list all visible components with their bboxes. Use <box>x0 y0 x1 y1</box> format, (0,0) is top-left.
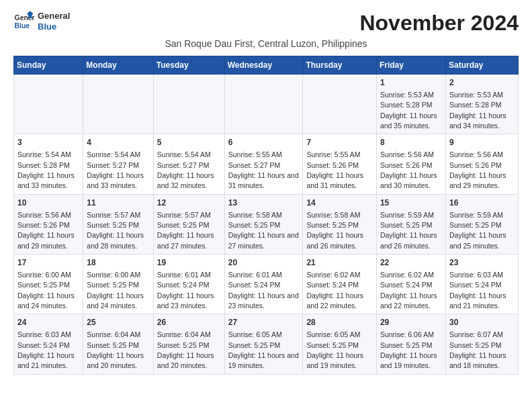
day-info: Sunrise: 6:02 AM Sunset: 5:24 PM Dayligh… <box>380 271 437 310</box>
day-info: Sunrise: 5:57 AM Sunset: 5:25 PM Dayligh… <box>157 211 214 250</box>
page-container: General Blue General Blue November 2024 … <box>13 11 519 375</box>
day-number: 8 <box>380 137 442 148</box>
day-info: Sunrise: 5:59 AM Sunset: 5:25 PM Dayligh… <box>380 211 437 250</box>
day-info: Sunrise: 5:54 AM Sunset: 5:27 PM Dayligh… <box>87 150 144 189</box>
column-header-thursday: Thursday <box>303 56 377 75</box>
calendar-cell <box>224 75 303 134</box>
column-header-friday: Friday <box>376 56 445 75</box>
calendar-cell: 28Sunrise: 6:05 AM Sunset: 5:25 PM Dayli… <box>303 314 377 374</box>
calendar-cell: 7Sunrise: 5:55 AM Sunset: 5:26 PM Daylig… <box>303 134 377 194</box>
calendar-week-row: 3Sunrise: 5:54 AM Sunset: 5:28 PM Daylig… <box>14 134 519 194</box>
day-number: 2 <box>449 77 515 89</box>
day-number: 28 <box>306 317 373 328</box>
logo: General Blue General Blue <box>13 11 70 32</box>
calendar-cell: 18Sunrise: 6:00 AM Sunset: 5:25 PM Dayli… <box>83 255 153 314</box>
calendar-cell: 15Sunrise: 5:59 AM Sunset: 5:25 PM Dayli… <box>376 194 445 254</box>
calendar-cell: 27Sunrise: 6:05 AM Sunset: 5:25 PM Dayli… <box>224 314 303 374</box>
day-number: 14 <box>306 197 373 209</box>
day-info: Sunrise: 5:53 AM Sunset: 5:28 PM Dayligh… <box>449 91 506 130</box>
calendar-cell <box>303 75 377 134</box>
page-subtitle: San Roque Dau First, Central Luzon, Phil… <box>13 38 519 49</box>
day-info: Sunrise: 5:58 AM Sunset: 5:25 PM Dayligh… <box>306 211 363 250</box>
day-info: Sunrise: 5:59 AM Sunset: 5:25 PM Dayligh… <box>449 211 506 250</box>
calendar-week-row: 24Sunrise: 6:03 AM Sunset: 5:24 PM Dayli… <box>14 314 519 374</box>
day-info: Sunrise: 6:05 AM Sunset: 5:25 PM Dayligh… <box>228 330 299 369</box>
calendar-cell: 8Sunrise: 5:56 AM Sunset: 5:26 PM Daylig… <box>376 134 445 194</box>
day-number: 4 <box>87 137 149 148</box>
calendar-week-row: 10Sunrise: 5:56 AM Sunset: 5:26 PM Dayli… <box>14 194 519 254</box>
calendar-cell: 2Sunrise: 5:53 AM Sunset: 5:28 PM Daylig… <box>445 75 518 134</box>
day-number: 19 <box>157 257 221 269</box>
day-info: Sunrise: 5:56 AM Sunset: 5:26 PM Dayligh… <box>380 150 437 189</box>
day-info: Sunrise: 5:57 AM Sunset: 5:25 PM Dayligh… <box>87 211 144 250</box>
day-info: Sunrise: 5:56 AM Sunset: 5:26 PM Dayligh… <box>449 150 506 189</box>
day-number: 20 <box>228 257 300 269</box>
day-info: Sunrise: 6:01 AM Sunset: 5:24 PM Dayligh… <box>157 271 214 310</box>
calendar-cell: 13Sunrise: 5:58 AM Sunset: 5:25 PM Dayli… <box>224 194 303 254</box>
day-number: 7 <box>306 137 373 148</box>
column-header-sunday: Sunday <box>14 56 83 75</box>
calendar-cell: 14Sunrise: 5:58 AM Sunset: 5:25 PM Dayli… <box>303 194 377 254</box>
day-number: 3 <box>17 137 79 148</box>
day-info: Sunrise: 5:56 AM Sunset: 5:26 PM Dayligh… <box>17 211 75 250</box>
day-number: 27 <box>228 317 300 328</box>
calendar-header-row: SundayMondayTuesdayWednesdayThursdayFrid… <box>14 56 519 75</box>
calendar-cell: 16Sunrise: 5:59 AM Sunset: 5:25 PM Dayli… <box>445 194 518 254</box>
day-number: 11 <box>87 197 149 209</box>
day-number: 15 <box>380 197 442 209</box>
day-number: 25 <box>87 317 149 328</box>
day-info: Sunrise: 6:06 AM Sunset: 5:25 PM Dayligh… <box>380 330 437 369</box>
day-number: 9 <box>449 137 515 148</box>
header: General Blue General Blue November 2024 <box>13 11 519 36</box>
calendar-cell: 5Sunrise: 5:54 AM Sunset: 5:27 PM Daylig… <box>153 134 224 194</box>
day-info: Sunrise: 5:54 AM Sunset: 5:27 PM Dayligh… <box>157 150 214 189</box>
calendar-cell: 22Sunrise: 6:02 AM Sunset: 5:24 PM Dayli… <box>376 255 445 314</box>
day-info: Sunrise: 6:03 AM Sunset: 5:24 PM Dayligh… <box>449 271 506 310</box>
day-info: Sunrise: 5:54 AM Sunset: 5:28 PM Dayligh… <box>17 150 75 189</box>
column-header-monday: Monday <box>83 56 153 75</box>
day-number: 22 <box>380 257 442 269</box>
calendar-cell: 6Sunrise: 5:55 AM Sunset: 5:27 PM Daylig… <box>224 134 303 194</box>
calendar-week-row: 17Sunrise: 6:00 AM Sunset: 5:25 PM Dayli… <box>14 255 519 314</box>
day-info: Sunrise: 6:05 AM Sunset: 5:25 PM Dayligh… <box>306 330 363 369</box>
day-number: 13 <box>228 197 300 209</box>
day-info: Sunrise: 6:01 AM Sunset: 5:24 PM Dayligh… <box>228 271 299 310</box>
day-number: 18 <box>87 257 149 269</box>
calendar-cell: 30Sunrise: 6:07 AM Sunset: 5:25 PM Dayli… <box>445 314 518 374</box>
day-number: 21 <box>306 257 373 269</box>
calendar-cell: 12Sunrise: 5:57 AM Sunset: 5:25 PM Dayli… <box>153 194 224 254</box>
day-number: 6 <box>228 137 300 148</box>
day-number: 26 <box>157 317 221 328</box>
calendar-cell: 21Sunrise: 6:02 AM Sunset: 5:24 PM Dayli… <box>303 255 377 314</box>
logo-text-general: General <box>38 11 70 21</box>
day-number: 5 <box>157 137 221 148</box>
calendar-cell: 23Sunrise: 6:03 AM Sunset: 5:24 PM Dayli… <box>445 255 518 314</box>
day-number: 10 <box>17 197 79 209</box>
day-info: Sunrise: 6:04 AM Sunset: 5:25 PM Dayligh… <box>157 330 214 369</box>
calendar-cell: 3Sunrise: 5:54 AM Sunset: 5:28 PM Daylig… <box>14 134 83 194</box>
day-info: Sunrise: 6:02 AM Sunset: 5:24 PM Dayligh… <box>306 271 363 310</box>
logo-text-blue: Blue <box>38 21 70 32</box>
calendar-cell: 20Sunrise: 6:01 AM Sunset: 5:24 PM Dayli… <box>224 255 303 314</box>
day-info: Sunrise: 5:55 AM Sunset: 5:26 PM Dayligh… <box>306 150 363 189</box>
page-title: November 2024 <box>359 11 519 36</box>
calendar-cell <box>14 75 83 134</box>
calendar-cell: 26Sunrise: 6:04 AM Sunset: 5:25 PM Dayli… <box>153 314 224 374</box>
day-info: Sunrise: 6:03 AM Sunset: 5:24 PM Dayligh… <box>17 330 75 369</box>
day-number: 24 <box>17 317 79 328</box>
column-header-saturday: Saturday <box>445 56 518 75</box>
logo-icon: General Blue <box>13 11 35 32</box>
day-info: Sunrise: 6:00 AM Sunset: 5:25 PM Dayligh… <box>87 271 144 310</box>
day-info: Sunrise: 6:00 AM Sunset: 5:25 PM Dayligh… <box>17 271 75 310</box>
calendar-cell <box>153 75 224 134</box>
calendar-cell: 10Sunrise: 5:56 AM Sunset: 5:26 PM Dayli… <box>14 194 83 254</box>
day-number: 29 <box>380 317 442 328</box>
day-number: 30 <box>449 317 515 328</box>
day-info: Sunrise: 5:55 AM Sunset: 5:27 PM Dayligh… <box>228 150 299 189</box>
column-header-tuesday: Tuesday <box>153 56 224 75</box>
day-number: 16 <box>449 197 515 209</box>
svg-text:Blue: Blue <box>15 22 30 30</box>
calendar-cell: 17Sunrise: 6:00 AM Sunset: 5:25 PM Dayli… <box>14 255 83 314</box>
calendar-cell <box>83 75 153 134</box>
calendar-table: SundayMondayTuesdayWednesdayThursdayFrid… <box>13 56 519 375</box>
